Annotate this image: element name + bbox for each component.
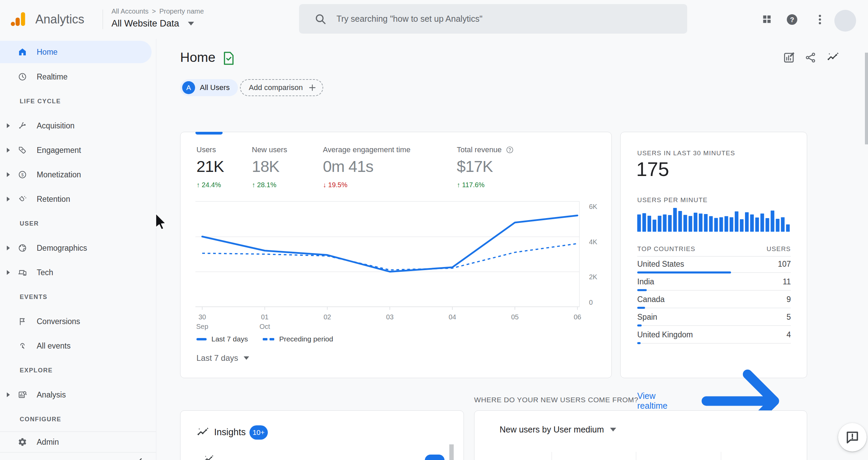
sidebar-item-all-events[interactable]: All events [0,334,156,358]
insight-item-badge [425,455,445,460]
expand-chevron-icon[interactable] [7,246,10,250]
sidebar-item-realtime[interactable]: Realtime [0,65,156,89]
metric-value: 18K [252,157,287,176]
country-bar-fill [637,271,731,273]
country-line: Spain5 [637,313,791,322]
country-row: India11 [637,274,791,292]
legend-label: Preceding period [279,335,333,343]
add-comparison-button[interactable]: Add comparison [240,79,323,96]
sidebar-item-label: All events [37,341,71,351]
country-row: Spain5 [637,309,791,327]
sidebar: HomeRealtimeLIFE CYCLEAcquisitionEngagem… [0,39,156,460]
sidebar-item-analysis[interactable]: Analysis [0,383,156,407]
account-avatar[interactable] [834,10,856,32]
metric-label: Total revenue [457,145,514,154]
users-column-label: USERS [767,245,791,253]
country-users: 5 [786,313,791,322]
sidebar-item-label: Demographics [37,244,87,253]
sidebar-item-label: Monetization [37,170,81,179]
metric-total-revenue[interactable]: Total revenue$17K↑ 117.6% [457,145,514,189]
metric-label: Average engagement time [323,145,411,154]
expand-chevron-icon[interactable] [7,123,10,128]
table-column-divider [636,452,636,460]
report-check-icon [222,51,236,66]
comparison-avatar: A [182,81,195,94]
table-column-divider [721,452,721,460]
chevron-down-icon [610,428,616,431]
expand-chevron-icon[interactable] [7,392,10,397]
conversions-flag-icon [18,317,27,326]
metric-users[interactable]: Users21K↑ 24.4% [196,145,224,189]
breadcrumb-account[interactable]: All Accounts [111,7,149,15]
metric-delta: ↓ 19.5% [323,181,411,189]
search-bar[interactable] [299,4,687,34]
expand-chevron-icon[interactable] [7,148,10,153]
sidebar-item-label: Acquisition [37,121,74,130]
new-users-metric-label: New users by User medium [500,425,604,435]
breadcrumb[interactable]: All Accounts > Property name [111,7,204,15]
new-users-card [474,410,807,460]
chart-legend: Last 7 days Preceding period [196,335,333,343]
svg-text:05: 05 [511,313,519,321]
expand-chevron-icon[interactable] [7,270,10,275]
breadcrumb-property[interactable]: Property name [159,7,204,15]
metric-label: New users [252,145,287,154]
new-users-section-heading: WHERE DO YOUR NEW USERS COME FROM? [474,396,638,404]
view-realtime-label: View realtime [637,391,687,411]
country-bar-track [637,325,791,326]
help-circle-icon[interactable] [506,146,514,154]
svg-text:4K: 4K [589,238,597,246]
sidebar-item-label: Tech [37,268,53,277]
sidebar-item-retention[interactable]: Retention [0,187,156,211]
kebab-menu-icon[interactable] [814,13,826,26]
sidebar-item-admin[interactable]: Admin [0,432,156,452]
date-range-selector[interactable]: Last 7 days [196,353,249,363]
retention-magnet-icon [18,194,27,204]
customize-report-icon[interactable] [783,51,796,64]
page-scrollbar-thumb[interactable] [865,53,868,144]
sidebar-item-acquisition[interactable]: Acquisition [0,113,156,138]
search-icon [314,13,327,25]
collapse-sidebar-icon[interactable] [137,457,147,460]
sidebar-item-conversions[interactable]: Conversions [0,309,156,334]
new-users-metric-selector[interactable]: New users by User medium [500,425,616,435]
expand-chevron-icon[interactable] [7,172,10,177]
sidebar-item-label: Realtime [37,72,68,82]
tech-devices-icon [18,268,27,277]
search-input[interactable] [336,14,643,24]
expand-chevron-icon[interactable] [7,197,10,201]
all-users-comparison-chip[interactable]: A All Users [180,79,238,96]
insights-sparkline-icon [196,426,209,439]
metric-average-engagement-time[interactable]: Average engagement time0m 41s↓ 19.5% [323,145,411,189]
sidebar-item-monetization[interactable]: $Monetization [0,162,156,187]
metric-value: 0m 41s [323,157,411,176]
country-bar-track [637,308,791,308]
property-selector[interactable]: All Website Data [111,18,194,29]
legend-label: Last 7 days [211,335,248,343]
country-name: Spain [637,313,657,322]
insights-scrollbar-thumb[interactable] [449,444,454,460]
help-icon[interactable]: ? [786,13,798,26]
insights-sparkline-icon[interactable] [827,51,839,64]
sidebar-item-engagement[interactable]: Engagement [0,138,156,162]
country-users: 11 [783,277,791,286]
share-icon[interactable] [805,52,817,64]
analytics-logo-icon[interactable] [10,11,26,27]
users-per-minute-bar-chart [637,206,791,232]
sidebar-item-tech[interactable]: Tech [0,260,156,285]
sidebar-item-home[interactable]: Home [0,41,152,63]
feedback-chat-button[interactable] [838,423,867,452]
sidebar-nav: HomeRealtimeLIFE CYCLEAcquisitionEngagem… [0,41,156,453]
sidebar-item-demographics[interactable]: Demographics [0,236,156,260]
country-bar-track [637,343,791,343]
metric-new-users[interactable]: New users18K↑ 28.1% [252,145,287,189]
users-30min-label: USERS IN LAST 30 MINUTES [637,149,735,157]
apps-grid-icon[interactable] [762,14,772,24]
date-range-label: Last 7 days [196,353,238,363]
sidebar-section-label: EVENTS [0,285,156,309]
sidebar-section-label: CONFIGURE [0,407,156,431]
country-users: 107 [778,260,791,269]
country-bar [637,342,791,344]
sidebar-item-label: Home [37,48,57,57]
chevron-down-icon [244,356,249,360]
